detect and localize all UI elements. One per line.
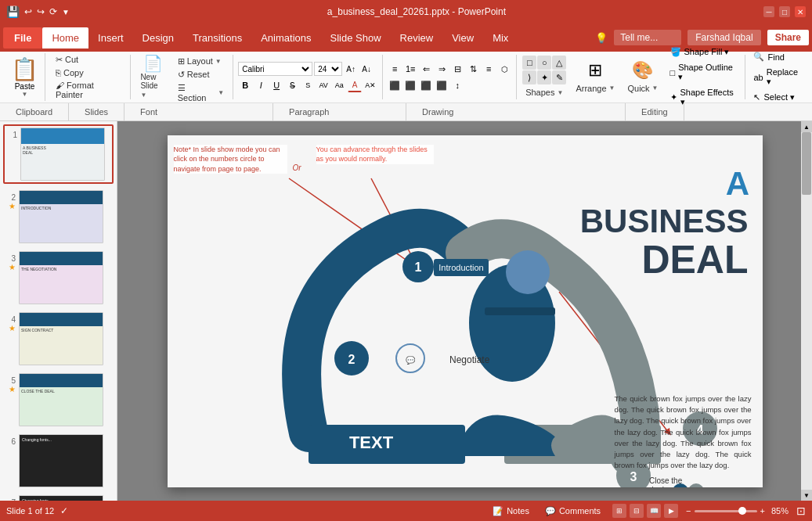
layout-button[interactable]: ⊞ Layout ▼ <box>174 55 228 68</box>
copy-button[interactable]: ⎘ Copy <box>52 66 125 79</box>
slide-thumb-4[interactable]: 4 ★ SIGN CONTRACT <box>3 311 114 367</box>
comments-button[interactable]: 💬 Comments <box>541 505 604 518</box>
menu-design[interactable]: Design <box>133 27 183 49</box>
replace-button[interactable]: ab Replace ▾ <box>750 66 807 88</box>
clear-format-button[interactable]: A✕ <box>363 78 377 92</box>
shape-fill-button[interactable]: 🪣 Shape Fill ▾ <box>667 45 741 59</box>
paste-dropdown[interactable]: ▼ <box>22 91 28 98</box>
section-button[interactable]: ☰ Section ▼ <box>174 81 228 104</box>
find-button[interactable]: 🔍 Find <box>750 50 807 63</box>
align-justify-button[interactable]: ⬛ <box>435 78 449 92</box>
font-size-select[interactable]: 24 <box>314 62 342 76</box>
strikethrough-button[interactable]: S̶ <box>285 78 299 92</box>
title-bar-left: 💾 ↩ ↪ ⟳ ▼ <box>6 5 70 18</box>
replay-icon[interactable]: ⟳ <box>49 6 57 17</box>
increase-indent-button[interactable]: ⇒ <box>435 62 449 76</box>
font-family-select[interactable]: Calibri <box>238 62 312 76</box>
bullets-button[interactable]: ≡ <box>388 62 402 76</box>
shape2[interactable]: ○ <box>537 56 551 70</box>
menu-insert[interactable]: Insert <box>88 27 133 49</box>
slide-thumb-3[interactable]: 3 ★ THE NEGOTIATION <box>3 250 114 306</box>
align-left-button[interactable]: ⬛ <box>388 78 402 92</box>
menu-file[interactable]: File <box>3 27 42 49</box>
slide-num-1: 1 <box>6 128 17 139</box>
underline-button[interactable]: U <box>269 78 283 92</box>
paragraph-label: Paragraph <box>273 103 406 120</box>
cut-button[interactable]: ✂ Cut <box>52 53 125 66</box>
reading-view-btn[interactable]: 📖 <box>647 504 661 518</box>
quick-styles-button[interactable]: Quick ▼ <box>623 82 662 95</box>
arrange-button[interactable]: Arrange ▼ <box>572 82 619 95</box>
slide-thumb-5[interactable]: 5 ★ CLOSE THE DEAL <box>3 372 114 428</box>
menu-home[interactable]: Home <box>42 27 88 49</box>
menu-view[interactable]: View <box>442 27 483 49</box>
menu-review[interactable]: Review <box>391 27 443 49</box>
zoom-out-btn[interactable]: − <box>686 506 691 516</box>
accessibility-icon[interactable]: ✓ <box>60 505 68 516</box>
align-text-button[interactable]: ≡ <box>482 62 496 76</box>
change-case-button[interactable]: Aa <box>332 78 346 92</box>
save-icon[interactable]: 💾 <box>6 5 20 18</box>
decrease-indent-button[interactable]: ⇐ <box>419 62 433 76</box>
select-button[interactable]: ↖ Select ▾ <box>750 91 807 104</box>
clipboard-label: Clipboard <box>0 103 69 120</box>
shape6[interactable]: ✎ <box>552 70 566 84</box>
zoom-in-btn[interactable]: + <box>760 506 765 516</box>
shape1[interactable]: □ <box>522 56 536 70</box>
bold-button[interactable]: B <box>238 78 252 92</box>
shapes-button[interactable]: Shapes ▼ <box>521 86 567 99</box>
scroll-up-btn[interactable]: ▲ <box>801 121 812 132</box>
numbering-button[interactable]: 1≡ <box>403 62 417 76</box>
align-right-button[interactable]: ⬛ <box>419 78 433 92</box>
slide-sorter-btn[interactable]: ⊟ <box>630 504 644 518</box>
slide-thumb-7[interactable]: 7 Changing fonts... <box>3 494 114 501</box>
clipboard-group: 📋 Paste ▼ ✂ Cut ⎘ Copy 🖌 Format Painter <box>0 55 131 99</box>
shape4[interactable]: ⟩ <box>522 70 536 84</box>
align-center-button[interactable]: ⬛ <box>403 78 417 92</box>
slideshow-btn[interactable]: ▶ <box>664 504 678 518</box>
shape-outline-button[interactable]: □ Shape Outline ▾ <box>667 61 741 84</box>
shape3[interactable]: △ <box>552 56 566 70</box>
share-button[interactable]: Share <box>767 30 809 45</box>
new-slide-button[interactable]: 📄 NewSlide ▼ <box>135 55 170 99</box>
undo-icon[interactable]: ↩ <box>24 6 32 17</box>
restore-btn[interactable]: □ <box>779 6 790 17</box>
direction-button[interactable]: ⇅ <box>466 62 480 76</box>
scroll-down-btn[interactable]: ▼ <box>801 490 812 501</box>
decrease-font-button[interactable]: A↓ <box>359 62 374 76</box>
fit-slide-btn[interactable]: ⊡ <box>796 505 806 517</box>
line-spacing-button[interactable]: ↕ <box>450 78 464 92</box>
vscrollbar[interactable]: ▲ ▼ <box>801 121 812 501</box>
notes-button[interactable]: 📝 Notes <box>489 505 533 518</box>
convert-smartart-button[interactable]: ⬡ <box>497 62 511 76</box>
normal-view-btn[interactable]: ⊞ <box>612 504 626 518</box>
slide-canvas[interactable]: Note* In slide show mode you can click o… <box>168 135 763 487</box>
italic-button[interactable]: I <box>254 78 268 92</box>
font-color-button[interactable]: A <box>348 78 362 92</box>
user-badge[interactable]: Farshad Iqbal <box>687 30 760 45</box>
dropdown-icon[interactable]: ▼ <box>62 8 70 16</box>
increase-font-button[interactable]: A↑ <box>344 62 358 76</box>
columns-button[interactable]: ⊟ <box>450 62 464 76</box>
scroll-thumb[interactable] <box>802 132 811 195</box>
slide-thumb-2[interactable]: 2 ★ INTRODUCTION <box>3 189 114 245</box>
zoom-slider-thumb[interactable] <box>738 507 746 515</box>
paste-button[interactable]: 📋 Paste ▼ <box>5 53 45 101</box>
redo-icon[interactable]: ↪ <box>37 6 45 17</box>
search-placeholder[interactable]: Tell me... <box>614 30 681 45</box>
slide-thumb-1[interactable]: 1 A BUSINESSDEAL <box>3 124 114 184</box>
minimize-btn[interactable]: ─ <box>763 6 774 17</box>
menu-slideshow[interactable]: Slide Show <box>321 27 391 49</box>
shadow-button[interactable]: S <box>301 78 315 92</box>
slide-thumb-6[interactable]: 6 Changing fonts... <box>3 433 114 489</box>
close-btn[interactable]: ✕ <box>795 6 806 17</box>
zoom-slider[interactable] <box>695 510 757 512</box>
shape5[interactable]: ✦ <box>537 70 551 84</box>
char-spacing-button[interactable]: AV <box>316 78 330 92</box>
reset-button[interactable]: ↺ Reset <box>174 68 228 81</box>
menu-transitions[interactable]: Transitions <box>183 27 251 49</box>
format-painter-button[interactable]: 🖌 Format Painter <box>52 79 125 101</box>
paste-label: Paste <box>15 82 35 91</box>
menu-animations[interactable]: Animations <box>251 27 320 49</box>
menu-mix[interactable]: Mix <box>483 27 518 49</box>
